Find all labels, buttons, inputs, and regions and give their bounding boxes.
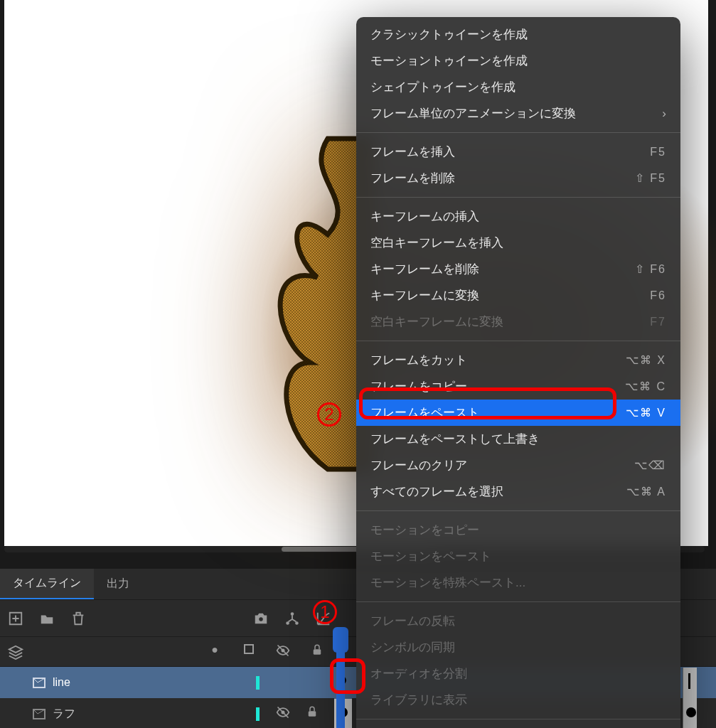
tab-output[interactable]: 出力 xyxy=(94,569,142,599)
menu-create-motion-tween[interactable]: モーショントゥイーンを作成 xyxy=(356,48,680,74)
layer-type-icon xyxy=(31,706,47,722)
menu-create-classic-tween[interactable]: クラシックトゥイーンを作成 xyxy=(356,21,680,48)
layer-name[interactable]: line xyxy=(53,676,70,689)
svg-point-3 xyxy=(259,617,263,621)
menu-cut-frames[interactable]: フレームをカット⌥⌘ X xyxy=(356,347,680,373)
menu-create-shape-tween[interactable]: シェイプトゥイーンを作成 xyxy=(356,74,680,100)
tab-timeline[interactable]: タイムライン xyxy=(0,569,94,599)
chevron-right-icon: › xyxy=(662,107,666,121)
delete-layer-button[interactable] xyxy=(63,600,94,637)
lock-col-icon[interactable] xyxy=(309,643,326,660)
menu-insert-blank-keyframe[interactable]: 空白キーフレームを挿入 xyxy=(356,230,680,256)
menu-split-audio: オーディオを分割 xyxy=(356,660,680,687)
parent-layers-button[interactable] xyxy=(277,600,308,637)
svg-rect-7 xyxy=(245,645,253,653)
frame-cell[interactable] xyxy=(683,668,697,699)
menu-clear-frames[interactable]: フレームのクリア⌥⌫ xyxy=(356,452,680,478)
menu-convert-keyframe[interactable]: キーフレームに変換F6 xyxy=(356,282,680,309)
annotation-ring-2 xyxy=(359,387,616,419)
menu-convert-frame-anim[interactable]: フレーム単位のアニメーションに変換› xyxy=(356,100,680,127)
hide-col-icon[interactable] xyxy=(274,643,292,660)
menu-copy-motion: モーションをコピー xyxy=(356,517,680,543)
menu-delete-frame[interactable]: フレームを削除⇧ F5 xyxy=(356,165,680,191)
annotation-number-2: 2 xyxy=(317,402,341,427)
menu-show-in-library: ライブラリに表示 xyxy=(356,687,680,713)
layer-highlight-toggle[interactable] xyxy=(0,644,31,660)
new-folder-button[interactable] xyxy=(31,600,63,637)
svg-rect-9 xyxy=(314,649,321,655)
frame-cell[interactable] xyxy=(683,699,697,728)
layer-color-swatch[interactable] xyxy=(256,707,260,721)
menu-insert-keyframe[interactable]: キーフレームの挿入 xyxy=(356,203,680,230)
camera-button[interactable] xyxy=(245,600,277,637)
annotation-ring-1 xyxy=(330,658,365,694)
svg-point-4 xyxy=(291,612,294,616)
menu-sync-symbols: シンボルの同期 xyxy=(356,634,680,660)
menu-actions[interactable]: アクションF9 xyxy=(356,725,680,728)
layer-color-swatch[interactable] xyxy=(256,676,260,690)
layer-type-icon xyxy=(31,675,47,690)
menu-reverse-frames: フレームの反転 xyxy=(356,608,680,634)
lock-layer-icon[interactable] xyxy=(306,705,319,722)
layer-name[interactable]: ラフ xyxy=(53,707,75,722)
context-menu: クラシックトゥイーンを作成 モーショントゥイーンを作成 シェイプトゥイーンを作成… xyxy=(356,17,680,728)
menu-select-all-frames[interactable]: すべてのフレームを選択⌥⌘ A xyxy=(356,478,680,505)
menu-paste-motion: モーションをペースト xyxy=(356,543,680,569)
visibility-col-icon[interactable]: ● xyxy=(206,643,223,660)
svg-rect-13 xyxy=(309,711,316,717)
new-layer-button[interactable] xyxy=(0,600,31,637)
menu-convert-blank-keyframe: 空白キーフレームに変換F7 xyxy=(356,309,680,335)
annotation-number-1: 1 xyxy=(313,600,337,624)
menu-insert-frame[interactable]: フレームを挿入F5 xyxy=(356,139,680,165)
menu-paste-overwrite-frames[interactable]: フレームをペーストして上書き xyxy=(356,426,680,452)
menu-paste-motion-special: モーションを特殊ペースト... xyxy=(356,569,680,596)
menu-delete-keyframe[interactable]: キーフレームを削除⇧ F6 xyxy=(356,256,680,282)
keyframe-icon xyxy=(686,707,696,717)
outline-col-icon[interactable] xyxy=(240,643,257,660)
hide-layer-icon[interactable] xyxy=(276,705,290,722)
